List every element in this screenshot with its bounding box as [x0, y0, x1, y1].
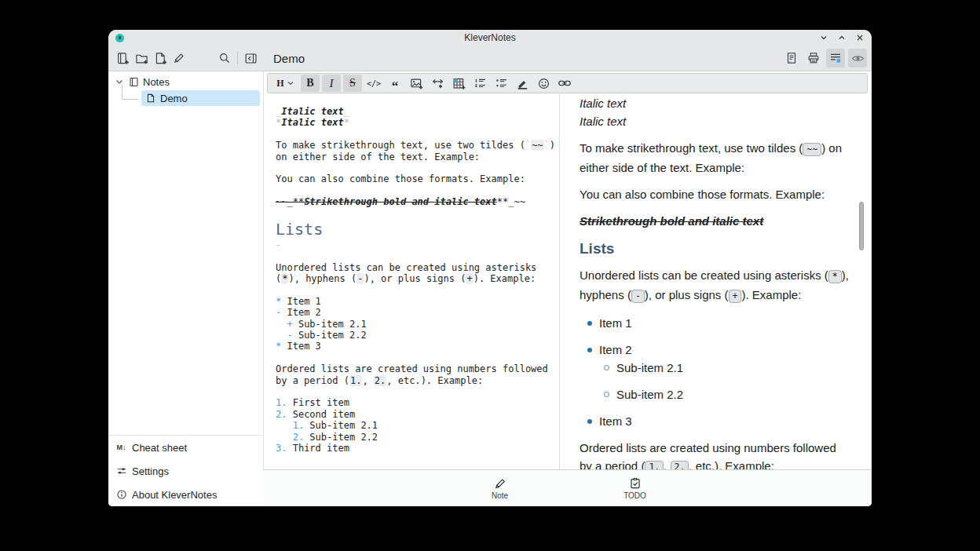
editor-line: 1. Sub-item 2.1: [276, 420, 556, 431]
text-segment: ), hyphens (: [288, 273, 357, 284]
text-segment: You can also combine those formats. Exam…: [580, 188, 825, 201]
note-item-label: Demo: [160, 93, 188, 104]
settings-item[interactable]: Settings: [108, 459, 263, 483]
minimize-button[interactable]: [818, 32, 829, 43]
print-button[interactable]: [804, 49, 823, 68]
preview-li: Item 2: [580, 341, 850, 359]
text-segment: Sub-item 2.2: [293, 330, 367, 341]
editor-line: [276, 185, 556, 196]
preview-p: Italic text: [580, 94, 850, 112]
text-segment: To make strikethrough text, use two tild…: [580, 141, 803, 155]
editor-line: You can also combine those formats. Exam…: [276, 173, 556, 184]
new-note-button[interactable]: [151, 49, 170, 68]
bold-button[interactable]: B: [301, 75, 320, 92]
text-segment: _: [344, 106, 349, 117]
quote-button[interactable]: “: [386, 75, 404, 92]
preview-toggle-button[interactable]: [848, 49, 867, 68]
editor-line: * Item 3: [276, 341, 556, 352]
text-segment: ,: [362, 375, 373, 386]
text-segment: +: [729, 290, 742, 303]
text-segment: [276, 420, 293, 431]
markdown-editor[interactable]: _Italic text_*Italic text*To make strike…: [263, 93, 560, 470]
screen: KleverNotes: [0, 0, 980, 551]
editor-line: (*), hyphens (-), or plus signs (+). Exa…: [276, 273, 556, 284]
italic-button[interactable]: I: [322, 75, 341, 92]
preview-p: Strikethrough bold and italic text: [580, 212, 850, 230]
ordered-list-button[interactable]: [470, 75, 489, 92]
main-area: H B I S </> “: [263, 71, 872, 506]
editor-line: 1. First item: [276, 397, 556, 408]
bullet-list-button[interactable]: [492, 75, 510, 92]
text-segment: Item 3: [599, 414, 632, 428]
heading-button[interactable]: H: [272, 75, 298, 92]
editor-toggle-button[interactable]: [826, 49, 845, 68]
editor-line: + Sub-item 2.1: [276, 319, 556, 330]
code-button[interactable]: </>: [364, 75, 383, 92]
todo-tab-label: TODO: [623, 491, 646, 500]
sidebar-collapse-icon: [244, 52, 258, 65]
editor-line: 2. Second item: [276, 409, 556, 420]
maximize-button[interactable]: [836, 32, 847, 43]
text-segment: Sub-item 2.2: [304, 432, 378, 443]
sidebar-footer: M↓ Cheat sheet Settings: [108, 435, 263, 506]
preview-content: Italic textItalic textTo make strikethro…: [580, 94, 850, 471]
strikethrough-button[interactable]: S: [343, 75, 362, 92]
text-segment: ): [550, 140, 555, 151]
preview-h2: Lists: [580, 239, 850, 259]
window-title: KleverNotes: [108, 32, 872, 43]
text-segment: Sub-item 2.1: [616, 361, 683, 374]
editor-line: *Italic text*: [276, 117, 556, 128]
emoji-button[interactable]: [534, 75, 553, 92]
text-segment: Strikethrough bold and italic text: [580, 214, 763, 228]
preview-pane: Italic textItalic textTo make strikethro…: [560, 93, 872, 471]
about-item[interactable]: About KleverNotes: [108, 483, 263, 506]
highlight-button[interactable]: [513, 75, 532, 92]
text-segment: -: [287, 330, 292, 341]
editor-line: [276, 386, 556, 397]
rename-button[interactable]: [170, 49, 188, 68]
note-tab[interactable]: Note: [473, 477, 528, 500]
page-icon: [146, 93, 155, 103]
view-source-button[interactable]: [782, 49, 801, 68]
editor-line: 3. Third item: [276, 443, 556, 454]
heading-glyph: H: [276, 78, 283, 89]
preview-li: Sub-item 2.1: [580, 359, 850, 377]
emoji-icon: [537, 77, 550, 90]
text-segment: Second item: [287, 409, 355, 420]
cheat-sheet-label: Cheat sheet: [132, 442, 187, 454]
table-icon: [452, 77, 466, 90]
link-icon: [431, 77, 444, 90]
editor-line: [276, 129, 556, 140]
text-segment: 2.: [276, 409, 287, 420]
close-button[interactable]: [854, 32, 865, 43]
new-folder-button[interactable]: [132, 49, 151, 68]
notebook-add-icon: [116, 52, 130, 65]
chevron-down-icon: [819, 33, 828, 42]
editor-line: -: [276, 239, 556, 250]
link-note-button[interactable]: [555, 75, 574, 92]
sidebar-item-demo-note[interactable]: Demo: [141, 90, 260, 106]
insert-link-button[interactable]: [428, 75, 447, 92]
text-segment: Italic text: [580, 97, 626, 110]
document-icon: [785, 52, 798, 64]
text-segment: Strikethrough bold and italic text: [304, 196, 497, 207]
text-segment: To make strikethrough text, use two tild…: [276, 140, 525, 151]
insert-image-button[interactable]: [407, 75, 426, 92]
text-segment: Unordered lists can be created using ast…: [276, 262, 536, 273]
preview-p: Unordered lists can be created using ast…: [580, 266, 850, 305]
editor-line: 2. Sub-item 2.2: [276, 432, 556, 443]
insert-table-button[interactable]: [449, 75, 468, 92]
editor-panel-icon: [829, 52, 842, 64]
collapse-sidebar-button[interactable]: [241, 49, 260, 68]
cheat-sheet-item[interactable]: M↓ Cheat sheet: [108, 436, 263, 459]
text-segment: -: [276, 239, 281, 250]
eye-icon: [851, 52, 865, 65]
new-notebook-button[interactable]: [113, 49, 132, 68]
search-button[interactable]: [215, 49, 234, 68]
todo-tab[interactable]: TODO: [608, 477, 663, 500]
text-segment: Sub-item 2.1: [293, 319, 367, 330]
text-segment: 2.: [374, 375, 386, 386]
todo-icon: [629, 477, 642, 490]
preview-scrollbar-thumb[interactable]: [859, 202, 864, 250]
editor-line: [276, 284, 556, 295]
